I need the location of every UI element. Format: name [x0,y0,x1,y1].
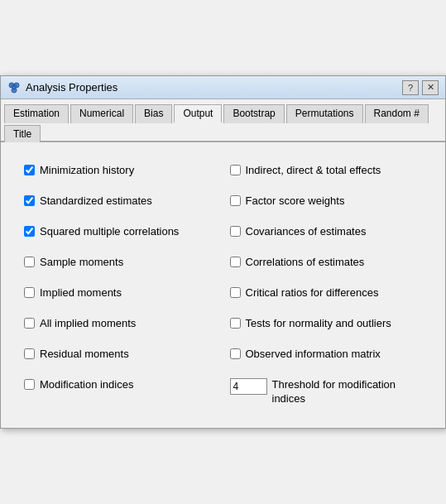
indirect-effects-label: Indirect, direct & total effects [246,164,381,178]
factor-score-weights-checkbox[interactable] [230,195,241,206]
modification-indices-checkbox[interactable] [24,379,35,390]
title-bar-controls: ? ✕ [402,80,439,95]
window-title: Analysis Properties [26,81,117,94]
normality-outliers-label: Tests for normality and outliers [246,317,391,331]
checkbox-normality-outliers: Tests for normality and outliers [223,309,429,339]
modification-indices-label: Modification indices [40,378,133,392]
minimization-history-checkbox[interactable] [24,165,35,175]
critical-ratios-label: Critical ratios for differences [246,286,379,300]
threshold-item: Threshold for modification indices [223,370,429,415]
all-implied-moments-checkbox[interactable] [24,318,35,329]
tab-bias[interactable]: Bias [135,104,172,123]
checkbox-residual-moments: Residual moments [17,339,223,370]
correlations-estimates-checkbox[interactable] [230,257,241,267]
indirect-effects-checkbox[interactable] [230,165,241,175]
checkbox-minimization-history: Minimization history [17,156,223,186]
tab-bootstrap[interactable]: Bootstrap [223,104,284,123]
tab-permutations[interactable]: Permutations [286,104,363,123]
checkbox-correlations-estimates: Correlations of estimates [223,247,429,278]
checkbox-all-implied-moments: All implied moments [17,309,223,339]
checkbox-modification-indices: Modification indices [17,370,223,415]
analysis-properties-window: Analysis Properties ? ✕ Estimation Numer… [0,75,446,428]
checkbox-factor-score-weights: Factor score weights [223,186,429,217]
close-button[interactable]: ✕ [422,80,439,95]
tab-title[interactable]: Title [4,125,41,142]
checkbox-grid: Minimization history Indirect, direct & … [17,156,429,414]
tab-numerical[interactable]: Numerical [70,104,133,123]
minimization-history-label: Minimization history [40,164,134,178]
checkbox-sample-moments: Sample moments [17,247,223,278]
covariances-estimates-label: Covariances of estimates [246,225,367,239]
output-content: Minimization history Indirect, direct & … [1,142,445,427]
implied-moments-label: Implied moments [40,286,122,300]
standardized-estimates-label: Standardized estimates [40,194,152,209]
checkbox-indirect-effects: Indirect, direct & total effects [223,156,429,186]
tab-estimation[interactable]: Estimation [4,104,69,123]
implied-moments-checkbox[interactable] [24,287,35,298]
factor-score-weights-label: Factor score weights [246,194,345,209]
critical-ratios-checkbox[interactable] [230,287,241,298]
title-bar: Analysis Properties ? ✕ [1,76,445,99]
covariances-estimates-checkbox[interactable] [230,226,241,237]
threshold-label: Threshold for modification indices [272,378,423,406]
help-button[interactable]: ? [402,80,419,95]
residual-moments-label: Residual moments [40,348,129,362]
correlations-estimates-label: Correlations of estimates [246,256,365,270]
normality-outliers-checkbox[interactable] [230,318,241,329]
checkbox-observed-information: Observed information matrix [223,339,429,370]
sample-moments-checkbox[interactable] [24,257,35,267]
observed-information-checkbox[interactable] [230,348,241,359]
standardized-estimates-checkbox[interactable] [24,195,35,206]
checkbox-critical-ratios: Critical ratios for differences [223,278,429,309]
sample-moments-label: Sample moments [40,256,123,270]
tab-random[interactable]: Random # [365,104,429,123]
checkbox-squared-multiple: Squared multiple correlations [17,217,223,247]
squared-multiple-label: Squared multiple correlations [40,225,179,239]
title-bar-left: Analysis Properties [7,81,117,94]
all-implied-moments-label: All implied moments [40,317,136,331]
squared-multiple-checkbox[interactable] [24,226,35,237]
residual-moments-checkbox[interactable] [24,348,35,359]
checkbox-implied-moments: Implied moments [17,278,223,309]
observed-information-label: Observed information matrix [246,348,381,362]
tab-output[interactable]: Output [174,104,222,123]
checkbox-standardized-estimates: Standardized estimates [17,186,223,217]
threshold-right: Threshold for modification indices [230,378,423,406]
app-icon [7,81,21,94]
threshold-input[interactable] [230,378,267,395]
checkbox-covariances-estimates: Covariances of estimates [223,217,429,247]
tab-bar: Estimation Numerical Bias Output Bootstr… [1,99,445,142]
